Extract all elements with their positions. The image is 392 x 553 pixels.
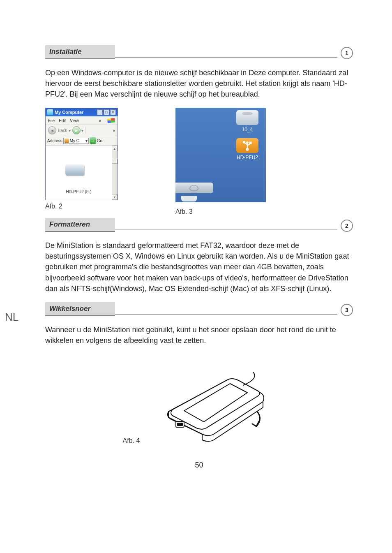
window-title: My Computer: [55, 110, 83, 115]
section-title: Formatteren: [45, 218, 115, 232]
manual-page: NL Installatie 1 Op een Windows-computer…: [0, 0, 392, 486]
separator: [85, 127, 85, 134]
menu-view: View: [70, 118, 79, 123]
page-number: 50: [45, 461, 353, 470]
drive-tray-icon: [175, 183, 213, 193]
dropdown-arrow-icon: ▾: [85, 139, 88, 143]
usb-label: HD-PFU2: [236, 155, 258, 160]
language-code: NL: [5, 311, 18, 324]
address-field: My C ▾: [63, 138, 89, 144]
window-titlebar: My Computer _ □ ×: [46, 108, 118, 116]
desktop-icons: 10_4 HD-PFU2: [236, 110, 258, 160]
figure-2: My Computer _ □ × File Edit View » ◄: [45, 108, 118, 210]
svg-rect-2: [250, 142, 251, 144]
step-number: 3: [341, 304, 353, 316]
dropdown-arrow-icon: ▾: [81, 128, 83, 133]
back-button-icon: ◄: [48, 126, 56, 134]
section-title: Wikkelsnoer: [45, 302, 115, 316]
figure-caption: Afb. 3: [175, 208, 266, 215]
section-header-installatie: Installatie 1: [45, 45, 353, 59]
step-number: 2: [341, 220, 353, 232]
go-arrow-icon: →: [90, 137, 96, 144]
windows-flag-icon: [107, 118, 115, 123]
menu-bar: File Edit View »: [46, 116, 118, 125]
divider: [115, 57, 337, 58]
windows-explorer-mock: My Computer _ □ × File Edit View » ◄: [45, 108, 118, 200]
window-controls: _ □ ×: [97, 109, 116, 115]
section-body: De MiniStation is standaard geformatteer…: [45, 240, 353, 294]
minimize-icon: _: [97, 109, 103, 115]
maximize-icon: □: [104, 109, 109, 115]
hdd-label: 10_4: [236, 127, 258, 132]
section-header-formatteren: Formatteren 2: [45, 218, 353, 232]
step-number: 1: [341, 47, 353, 59]
explorer-body: HD-PFU2 (E:) ▴ ▾: [46, 146, 118, 200]
svg-point-1: [243, 141, 245, 143]
close-icon: ×: [110, 109, 116, 115]
usb-drive-icon: [236, 138, 258, 153]
drive-label: HD-PFU2 (E:): [46, 190, 112, 194]
menu-edit: Edit: [59, 118, 66, 123]
dropdown-arrow-icon: ▾: [69, 128, 71, 133]
toolbar: ◄ Back ▾ ► ▾ »: [46, 125, 118, 136]
address-label: Address: [47, 139, 62, 143]
drive-item: [65, 164, 84, 175]
mac-desktop-mock: 10_4 HD-PFU2: [175, 108, 266, 202]
hard-drive-icon: [65, 164, 84, 175]
section-header-wikkelsnoer: Wikkelsnoer 3: [45, 302, 353, 316]
figure-row: My Computer _ □ × File Edit View » ◄: [45, 108, 353, 215]
chevron-right-icon: »: [99, 118, 101, 123]
section-title: Installatie: [45, 45, 115, 59]
figure-4: Afb. 4: [45, 362, 353, 444]
drive-foot-icon: [181, 196, 197, 201]
chevron-right-icon: »: [113, 128, 115, 133]
folder-icon: [65, 139, 69, 143]
figure-caption: Afb. 2: [45, 203, 118, 210]
internal-hdd-icon: [236, 110, 258, 125]
forward-button-icon: ►: [72, 126, 81, 134]
menu-file: File: [48, 118, 55, 123]
section-body: Op een Windows-computer is de nieuwe sch…: [45, 67, 353, 99]
back-label: Back: [58, 128, 67, 133]
scroll-up-icon: ▴: [112, 146, 118, 151]
scrollbar: ▴ ▾: [112, 146, 118, 200]
section-body: Wanneer u de MiniStation niet gebruikt, …: [45, 324, 353, 346]
my-computer-icon: [47, 109, 53, 115]
figure-caption: Afb. 4: [123, 437, 140, 444]
scroll-thumb: [112, 159, 118, 164]
ministation-illustration: [152, 362, 275, 444]
scroll-down-icon: ▾: [112, 194, 118, 200]
address-value: My C: [70, 139, 79, 143]
address-bar: Address My C ▾ → Go: [46, 136, 118, 146]
divider: [115, 314, 337, 315]
svg-rect-4: [178, 423, 182, 426]
divider: [115, 229, 337, 230]
go-label: Go: [97, 139, 102, 143]
figure-3: 10_4 HD-PFU2 Afb. 3: [175, 108, 266, 215]
